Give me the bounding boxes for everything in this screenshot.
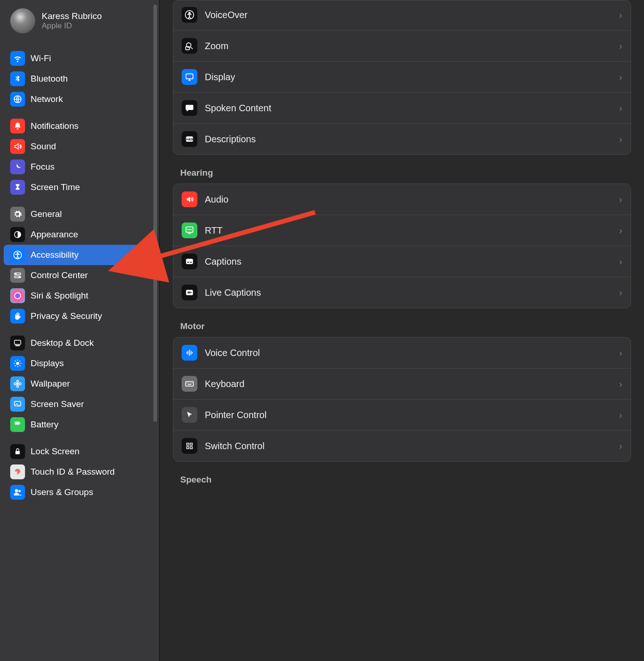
- users-icon: [10, 485, 25, 500]
- svg-point-25: [189, 13, 190, 14]
- settings-row-spoken[interactable]: Spoken Content›: [173, 93, 631, 124]
- svg-rect-28: [186, 74, 193, 79]
- hourglass-icon: [10, 180, 25, 195]
- settings-row-livecaptions[interactable]: Live Captions›: [173, 277, 631, 308]
- sidebar-item-label: Control Center: [31, 270, 88, 280]
- sidebar-item-label: Lock Screen: [31, 446, 80, 457]
- sidebar-item-screentime[interactable]: Screen Time: [4, 177, 155, 197]
- dock-icon: [10, 336, 25, 350]
- sidebar-item-label: Screen Time: [31, 182, 80, 192]
- sidebar-item-screensaver[interactable]: Screen Saver: [4, 394, 155, 414]
- settings-row-captions[interactable]: Captions›: [173, 246, 631, 277]
- settings-row-pointer[interactable]: Pointer Control›: [173, 400, 631, 431]
- svg-point-16: [19, 383, 21, 385]
- voiceover-icon: [182, 7, 197, 23]
- sidebar-item-notifications[interactable]: Notifications: [4, 116, 155, 136]
- settings-row-label: Live Captions: [205, 287, 612, 298]
- sidebar-item-controlcenter[interactable]: Control Center: [4, 265, 155, 286]
- sidebar-item-displays[interactable]: Displays: [4, 353, 155, 374]
- settings-row-voicecontrol[interactable]: Voice Control›: [173, 337, 631, 369]
- sidebar-item-bluetooth[interactable]: Bluetooth: [4, 69, 155, 89]
- wifi-icon: [10, 51, 25, 66]
- sidebar-item-general[interactable]: General: [4, 204, 155, 224]
- sidebar-item-focus[interactable]: Focus: [4, 157, 155, 177]
- flower-icon: [10, 376, 25, 391]
- gear-icon: [10, 207, 25, 222]
- profile-name: Karess Rubrico: [42, 11, 102, 21]
- settings-row-display[interactable]: Display›: [173, 62, 631, 93]
- svg-rect-38: [190, 262, 192, 263]
- settings-row-label: RTT: [205, 225, 612, 236]
- sidebar-item-privacy[interactable]: Privacy & Security: [4, 306, 155, 326]
- svg-rect-36: [186, 259, 193, 264]
- speech-bubble-icon: [182, 100, 197, 116]
- sidebar-item-label: Touch ID & Password: [31, 467, 115, 477]
- sidebar-item-wifi[interactable]: Wi-Fi: [4, 48, 155, 69]
- chevron-right-icon: ›: [619, 379, 622, 389]
- svg-point-5: [15, 273, 17, 274]
- settings-row-label: Pointer Control: [205, 410, 612, 420]
- siri-icon: [10, 288, 25, 303]
- sidebar-scrollbar[interactable]: [153, 5, 157, 422]
- chevron-right-icon: ›: [619, 256, 622, 267]
- svg-rect-21: [15, 451, 19, 454]
- chevron-right-icon: ›: [619, 72, 622, 83]
- sidebar-item-network[interactable]: Network: [4, 89, 155, 109]
- settings-group: Audio›RTT›Captions›Live Captions›: [173, 184, 631, 308]
- sidebar-item-label: Notifications: [31, 121, 79, 131]
- svg-rect-42: [189, 383, 189, 384]
- settings-row-keyboard[interactable]: Keyboard›: [173, 369, 631, 400]
- display-icon: [182, 69, 197, 85]
- sidebar-item-desktop[interactable]: Desktop & Dock: [4, 333, 155, 353]
- sidebar-item-label: Bluetooth: [31, 74, 68, 84]
- svg-point-12: [17, 383, 19, 385]
- settings-row-label: Zoom: [205, 41, 612, 51]
- sidebar-item-wallpaper[interactable]: Wallpaper: [4, 374, 155, 394]
- svg-point-13: [17, 381, 19, 383]
- sidebar-item-battery[interactable]: Battery: [4, 414, 155, 435]
- sidebar-item-label: Privacy & Security: [31, 311, 102, 321]
- settings-row-label: Switch Control: [205, 441, 612, 451]
- chevron-right-icon: ›: [619, 225, 622, 236]
- settings-row-rtt[interactable]: RTT›: [173, 215, 631, 246]
- chevron-right-icon: ›: [619, 103, 622, 114]
- profile-section[interactable]: Karess Rubrico Apple ID: [4, 5, 155, 42]
- svg-rect-47: [190, 443, 193, 445]
- settings-row-label: Keyboard: [205, 379, 612, 389]
- settings-row-zoom[interactable]: Zoom›: [173, 31, 631, 62]
- sidebar-item-touchid[interactable]: Touch ID & Password: [4, 462, 155, 482]
- svg-point-11: [16, 362, 19, 365]
- settings-row-label: Spoken Content: [205, 103, 612, 114]
- settings-row-voiceover[interactable]: VoiceOver›: [173, 0, 631, 31]
- sidebar-item-label: Battery: [31, 419, 58, 430]
- svg-point-32: [187, 229, 189, 230]
- sidebar-item-users[interactable]: Users & Groups: [4, 482, 155, 502]
- svg-rect-48: [187, 447, 189, 449]
- sidebar-item-label: Focus: [31, 162, 55, 172]
- settings-row-label: Captions: [205, 256, 612, 267]
- appearance-icon: [10, 227, 25, 242]
- svg-rect-19: [15, 422, 19, 424]
- sidebar-item-appearance[interactable]: Appearance: [4, 224, 155, 245]
- sidebar-item-label: Appearance: [31, 229, 78, 240]
- sidebar-item-label: Accessibility: [31, 250, 78, 260]
- svg-rect-9: [14, 340, 21, 344]
- svg-rect-40: [186, 381, 194, 386]
- speaker-icon: [10, 139, 25, 154]
- settings-row-descriptions[interactable]: +ADDescriptions›: [173, 124, 631, 154]
- fingerprint-icon: [10, 464, 25, 479]
- descriptions-icon: +AD: [182, 131, 197, 147]
- svg-text:+AD: +AD: [186, 137, 193, 141]
- profile-sub: Apple ID: [42, 21, 102, 31]
- sidebar-item-label: Users & Groups: [31, 487, 93, 497]
- svg-rect-20: [20, 423, 20, 424]
- moon-icon: [10, 159, 25, 174]
- settings-row-switch[interactable]: Switch Control›: [173, 431, 631, 461]
- chevron-right-icon: ›: [619, 10, 622, 20]
- sidebar-item-accessibility[interactable]: Accessibility: [4, 245, 155, 265]
- settings-row-label: Display: [205, 72, 612, 83]
- sidebar-item-siri[interactable]: Siri & Spotlight: [4, 286, 155, 306]
- sidebar-item-sound[interactable]: Sound: [4, 136, 155, 157]
- settings-row-audio[interactable]: Audio›: [173, 184, 631, 215]
- sidebar-item-lock[interactable]: Lock Screen: [4, 441, 155, 462]
